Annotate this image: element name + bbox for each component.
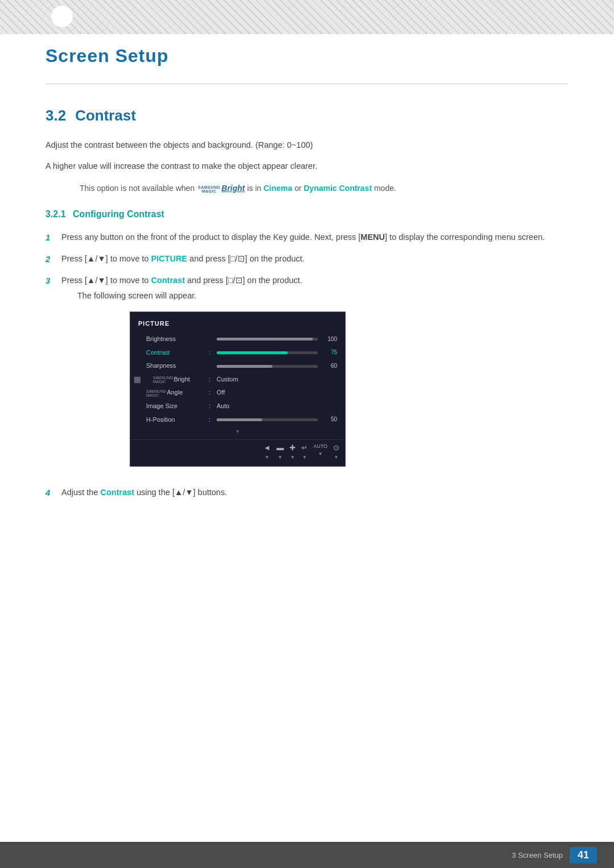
screen-value-sharpness: 60 bbox=[217, 362, 337, 371]
screen-row-contrast: Contrast : 75 bbox=[130, 346, 345, 360]
subsection-heading: 3.2.1 Configuring Contrast bbox=[45, 209, 569, 219]
screen-value-hposition: 50 bbox=[217, 415, 337, 424]
screen-label-magic-angle: SAMSUNG MAGIC Angle bbox=[146, 388, 209, 398]
scroll-down-indicator: ▼ bbox=[130, 426, 345, 437]
bar-fill-brightness bbox=[217, 338, 313, 340]
screen-bottom-bar: ◄ ▼ ▬ ▼ ✚ ▼ ↵ bbox=[130, 439, 345, 463]
step-4-prefix: Adjust the bbox=[61, 488, 101, 497]
step-4-bold: Contrast bbox=[101, 488, 135, 497]
step-1-bold: MENU bbox=[360, 232, 385, 242]
top-bar bbox=[0, 0, 614, 34]
subsection-title: Configuring Contrast bbox=[73, 209, 164, 219]
screen-image-container: PICTURE Brightness 100 bbox=[130, 312, 346, 467]
note-cinema: Cinema bbox=[263, 184, 292, 193]
screen-value-contrast: 75 bbox=[217, 348, 337, 357]
screen-row-magic-angle: SAMSUNG MAGIC Angle : Off bbox=[130, 386, 345, 400]
step-2: 2 Press [▲/▼] to move to PICTURE and pre… bbox=[45, 252, 569, 266]
brand-logo: SAMSUNG MAGIC bbox=[198, 185, 220, 193]
screen-label-contrast: Contrast bbox=[146, 348, 209, 358]
screen-label-sharpness: Sharpness bbox=[146, 361, 209, 371]
screen-label-hposition: H-Position bbox=[146, 415, 209, 425]
bottom-icon-auto: AUTO ▼ bbox=[313, 442, 327, 462]
top-bar-circle bbox=[51, 6, 73, 27]
note-or: or bbox=[294, 184, 301, 193]
section-number: 3.2 bbox=[45, 107, 66, 124]
step-4: 4 Adjust the Contrast using the [▲/▼] bu… bbox=[45, 486, 569, 500]
step-4-number: 4 bbox=[45, 486, 55, 500]
bottom-icon-back: ◄ ▼ bbox=[263, 442, 271, 462]
step-3-text: Press [▲/▼] to move to Contrast and pres… bbox=[61, 274, 569, 478]
bottom-icon-plus: ✚ ▼ bbox=[289, 442, 296, 462]
bar-sharpness bbox=[217, 365, 318, 368]
bar-fill-hposition bbox=[217, 418, 262, 421]
screen-value-magic-angle: Off bbox=[217, 388, 337, 398]
step-3: 3 Press [▲/▼] to move to Contrast and pr… bbox=[45, 274, 569, 478]
screen-value-magic-bright: Custom bbox=[217, 375, 337, 385]
screen-value-image-size: Auto bbox=[217, 401, 337, 412]
bottom-icon-power: ⊙ ▼ bbox=[333, 442, 339, 462]
note-is-in: is in bbox=[247, 184, 264, 193]
step-3-subtext: The following screen will appear. bbox=[77, 289, 569, 302]
magic-bright-icon: ▦ bbox=[134, 373, 141, 385]
footer-page-number: 41 bbox=[570, 847, 597, 863]
bar-number-brightness: 100 bbox=[323, 335, 337, 344]
section-heading: 3.2 Contrast bbox=[45, 107, 569, 124]
step-1-text: Press any button on the front of the pro… bbox=[61, 231, 569, 244]
description-2: A higher value will increase the contras… bbox=[45, 159, 569, 173]
screen-header: PICTURE bbox=[130, 318, 345, 333]
bottom-icon-enter: ↵ ▼ bbox=[301, 442, 308, 462]
step-1-number: 1 bbox=[45, 231, 55, 244]
step-4-text: Adjust the Contrast using the [▲/▼] butt… bbox=[61, 486, 569, 499]
step-2-bold: PICTURE bbox=[151, 254, 188, 263]
main-content: Screen Setup 3.2 Contrast Adjust the con… bbox=[0, 34, 614, 556]
screen-label-brightness: Brightness bbox=[146, 334, 209, 344]
note-text: This option is not available when SAMSUN… bbox=[80, 182, 569, 196]
steps-list: 1 Press any button on the front of the p… bbox=[45, 231, 569, 500]
step-2-number: 2 bbox=[45, 252, 55, 266]
step-3-number: 3 bbox=[45, 274, 55, 288]
note-prefix: This option is not available when bbox=[80, 184, 194, 193]
bar-contrast bbox=[217, 351, 318, 354]
bar-brightness bbox=[217, 338, 318, 340]
step-2-text: Press [▲/▼] to move to PICTURE and press… bbox=[61, 252, 569, 265]
section-title: Contrast bbox=[75, 107, 136, 124]
screen-row-brightness: Brightness 100 bbox=[130, 333, 345, 346]
brand-bright: Bright bbox=[222, 184, 245, 193]
note-mode: mode. bbox=[374, 184, 396, 193]
footer-chapter-label: 3 Screen Setup bbox=[512, 851, 563, 859]
bar-number-contrast: 75 bbox=[323, 348, 337, 357]
step-3-bold: Contrast bbox=[151, 276, 185, 285]
screen-image: PICTURE Brightness 100 bbox=[130, 312, 346, 467]
screen-value-brightness: 100 bbox=[217, 335, 337, 344]
screen-row-image-size: Image Size : Auto bbox=[130, 400, 345, 413]
bar-hposition bbox=[217, 418, 318, 421]
screen-row-hposition: H-Position : 50 bbox=[130, 413, 345, 427]
description-1: Adjust the contrast between the objects … bbox=[45, 138, 569, 152]
screen-label-magic-bright: SAMSUNG MAGIC Bright bbox=[146, 375, 209, 385]
bar-fill-contrast bbox=[217, 351, 288, 354]
screen-row-magic-bright: ▦ SAMSUNG MAGIC Bright : Custom bbox=[130, 373, 345, 387]
bottom-icon-minus: ▬ ▼ bbox=[276, 442, 284, 462]
page-title-section: Screen Setup bbox=[45, 34, 569, 84]
step-4-suffix: using the [▲/▼] buttons. bbox=[134, 488, 227, 497]
screen-row-sharpness: Sharpness 60 bbox=[130, 359, 345, 373]
step-1: 1 Press any button on the front of the p… bbox=[45, 231, 569, 244]
bar-fill-sharpness bbox=[217, 365, 272, 368]
screen-label-image-size: Image Size bbox=[146, 401, 209, 412]
subsection-number: 3.2.1 bbox=[45, 209, 66, 219]
note-dynamic: Dynamic Contrast bbox=[304, 184, 372, 193]
bar-number-hposition: 50 bbox=[323, 415, 337, 424]
page-title: Screen Setup bbox=[45, 45, 569, 67]
bar-number-sharpness: 60 bbox=[323, 362, 337, 371]
footer: 3 Screen Setup 41 bbox=[0, 842, 614, 868]
